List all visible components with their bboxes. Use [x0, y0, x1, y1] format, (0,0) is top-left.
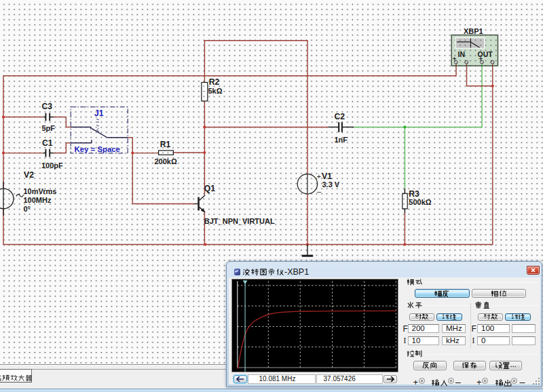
svg-text:R1: R1 — [160, 140, 171, 149]
svg-text:BJT_NPN_VIRTUAL: BJT_NPN_VIRTUAL — [204, 217, 275, 225]
svg-text:0°: 0° — [24, 205, 31, 213]
svg-text:500kΩ: 500kΩ — [409, 198, 431, 206]
svg-text:100pF: 100pF — [41, 161, 63, 170]
svg-text:V1: V1 — [322, 172, 332, 181]
svg-text:100MHz: 100MHz — [24, 196, 52, 204]
svg-text:XBP1: XBP1 — [464, 27, 483, 35]
svg-text:J1: J1 — [94, 109, 104, 118]
svg-text:R2: R2 — [209, 77, 220, 87]
svg-text:+: + — [317, 172, 321, 180]
svg-text:5kΩ: 5kΩ — [208, 87, 223, 95]
svg-text:3.3 V: 3.3 V — [322, 180, 340, 189]
svg-text:C1: C1 — [42, 138, 53, 148]
svg-text:C3: C3 — [42, 102, 53, 111]
svg-text:200kΩ: 200kΩ — [155, 157, 177, 165]
svg-text:V2: V2 — [24, 170, 34, 180]
svg-text:_: _ — [316, 184, 321, 193]
svg-text:Q1: Q1 — [204, 184, 215, 193]
svg-text:1nF: 1nF — [335, 136, 348, 144]
svg-text:Key = Space: Key = Space — [75, 145, 120, 153]
svg-text:C2: C2 — [335, 112, 345, 121]
svg-text:10mVrms: 10mVrms — [24, 187, 57, 195]
svg-text:5pF: 5pF — [42, 124, 56, 132]
